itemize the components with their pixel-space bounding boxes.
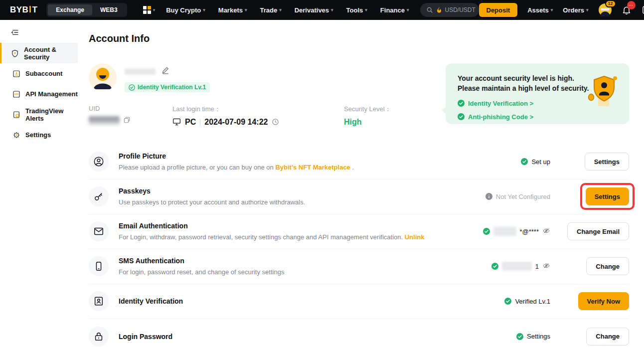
assets-menu[interactable]: Assets▾ [527, 6, 553, 14]
chevron-down-icon: ▾ [586, 7, 589, 12]
row-title: SMS Authentication [119, 257, 284, 265]
row-description: Please upload a profile picture, or you … [119, 164, 354, 171]
toggle-email-visibility-button[interactable] [542, 227, 550, 236]
check-circle-icon [516, 333, 523, 340]
check-circle-icon [504, 298, 511, 305]
unlink-email-link[interactable]: Unlink [405, 233, 425, 241]
chevron-down-icon: ▾ [245, 7, 247, 12]
id-card-icon [93, 296, 104, 307]
menu-buy-crypto[interactable]: Buy Crypto▾ [166, 6, 205, 14]
orders-menu[interactable]: Orders▾ [563, 6, 588, 14]
banner-link-anti-phishing[interactable]: Anti-phishing Code > [458, 113, 618, 121]
copy-icon [123, 116, 131, 124]
profile-header: Identity Verification Lv.1 UID [89, 63, 629, 127]
flame-icon [436, 6, 442, 13]
chevron-down-icon: ▾ [279, 7, 282, 12]
apps-grid-icon [143, 6, 151, 14]
tab-web3[interactable]: WEB3 [92, 4, 126, 15]
eye-off-icon [542, 227, 550, 235]
row-title: Profile Picture [119, 152, 354, 160]
check-circle-icon [458, 100, 465, 107]
avatar-image [89, 63, 117, 91]
change-email-button[interactable]: Change Email [567, 222, 629, 240]
sidebar-item-api-management[interactable]: API API Management [0, 84, 78, 104]
pencil-icon [161, 66, 169, 74]
deposit-button[interactable]: Deposit [479, 3, 518, 17]
toggle-phone-visibility-button[interactable] [542, 262, 550, 271]
apps-grid-menu[interactable]: ▾ [143, 6, 156, 14]
menu-finance[interactable]: Finance▾ [380, 6, 409, 14]
chevron-down-icon: ▾ [365, 7, 367, 12]
identity-icon-wrap [89, 291, 109, 311]
menu-trade[interactable]: Trade▾ [260, 6, 281, 14]
sidebar-item-subaccount[interactable]: Subaccount [0, 63, 78, 84]
sidebar-item-label: Settings [25, 131, 51, 139]
user-avatar-button[interactable]: 12 [599, 3, 612, 16]
main-menu: Buy Crypto▾ Markets▾ Trade▾ Derivatives▾… [166, 6, 409, 14]
shield-icon [11, 49, 19, 57]
check-circle-icon [483, 228, 490, 235]
change-phone-button[interactable]: Change [586, 257, 629, 275]
tradingview-alerts-icon [12, 111, 20, 119]
clock-icon [272, 118, 279, 126]
status-sms: 1 [491, 262, 550, 271]
app-root: BYBT Exchange WEB3 ▾ Buy Crypto▾ Markets… [0, 0, 644, 352]
verify-now-button[interactable]: Verify Now [578, 292, 629, 310]
profile-avatar[interactable] [89, 63, 117, 91]
status-text: Settings [527, 333, 550, 340]
top-navbar: BYBT Exchange WEB3 ▾ Buy Crypto▾ Markets… [0, 0, 644, 20]
download-icon [642, 5, 644, 15]
svg-text:API: API [14, 93, 19, 96]
username-redacted [125, 68, 156, 75]
sidebar-item-tradingview-alerts[interactable]: TradingView Alerts [0, 104, 78, 125]
last-login-label: Last login time： [172, 105, 344, 114]
row-description: Use passkeys to protect your account and… [119, 198, 305, 206]
banner-link-label: Identity Verification > [468, 100, 533, 107]
bybit-logo[interactable]: BYBT [10, 5, 37, 15]
status-passkeys: Not Yet Configured [485, 193, 550, 200]
search-input[interactable]: USD/USDT [420, 3, 479, 17]
check-circle-icon [129, 84, 135, 91]
sidebar-item-label: API Management [25, 90, 78, 98]
nft-marketplace-link[interactable]: Bybit's NFT Marketplace [275, 164, 350, 171]
status-email: *@**** [483, 227, 551, 236]
phone-redacted [502, 262, 532, 271]
logo-accent-bar [29, 6, 31, 12]
menu-markets[interactable]: Markets▾ [218, 6, 247, 14]
subaccount-icon [12, 70, 20, 78]
notifications-button[interactable]: ··· [622, 5, 632, 15]
edit-nickname-button[interactable] [161, 66, 169, 76]
copy-uid-button[interactable] [123, 116, 131, 126]
status-text: Set up [531, 158, 550, 166]
row-title: Email Authentication [119, 222, 424, 230]
logo-text-left: BYB [10, 5, 28, 15]
identity-verification-badge: Identity Verification Lv.1 [125, 82, 210, 92]
passkeys-settings-button[interactable]: Settings [586, 187, 629, 205]
tab-exchange[interactable]: Exchange [48, 4, 92, 15]
profile-picture-settings-button[interactable]: Settings [585, 153, 629, 171]
avatar-badge: 12 [605, 0, 616, 7]
status-text: Verified Lv.1 [515, 298, 550, 305]
sidebar-collapse-button[interactable] [0, 26, 78, 43]
menu-derivatives[interactable]: Derivatives▾ [295, 6, 333, 14]
sidebar-item-account-security[interactable]: Account & Security [0, 43, 78, 63]
sidebar-item-label: Subaccount [25, 70, 62, 77]
bell-badge: ··· [627, 1, 636, 9]
sidebar-item-settings[interactable]: Settings [0, 125, 78, 145]
uid-value-redacted [89, 116, 120, 125]
chevron-down-icon: ▾ [203, 7, 205, 12]
row-title: Passkeys [119, 187, 305, 195]
check-circle-icon [521, 158, 528, 165]
menu-tools[interactable]: Tools▾ [346, 6, 367, 14]
change-password-button[interactable]: Change [586, 328, 629, 346]
shield-illustration [586, 74, 619, 110]
collapse-icon [11, 29, 19, 36]
chevron-down-icon: ▾ [551, 7, 553, 12]
mobile-phone-icon [93, 261, 104, 272]
download-app-button[interactable] [642, 5, 644, 15]
person-circle-icon [93, 156, 104, 167]
check-circle-icon [458, 113, 465, 120]
sidebar-item-label: Account & Security [24, 46, 78, 61]
api-icon: API [12, 90, 20, 98]
row-title: Login Password [119, 333, 172, 341]
